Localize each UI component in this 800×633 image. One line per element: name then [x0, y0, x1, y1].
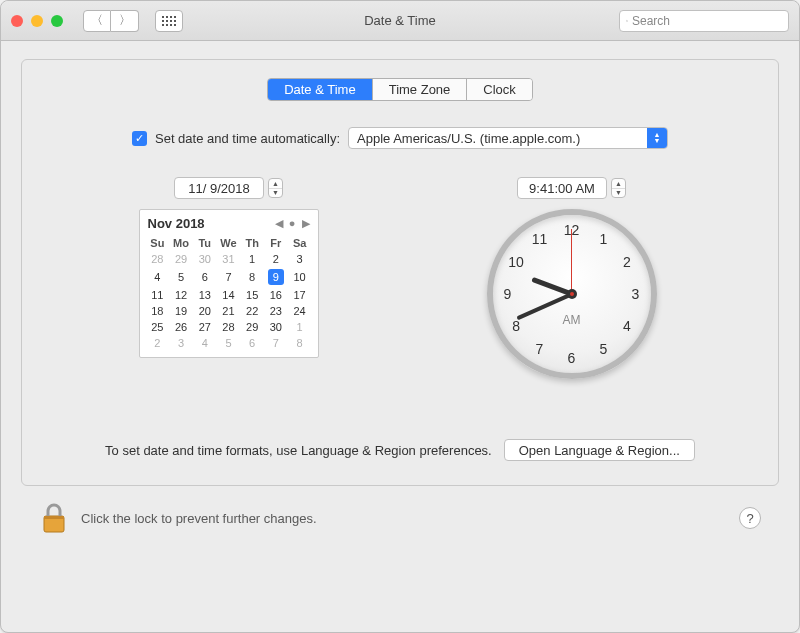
calendar-day[interactable]: 16: [264, 287, 288, 303]
forward-button[interactable]: 〉: [111, 10, 139, 32]
calendar-day[interactable]: 4: [146, 267, 170, 287]
clock-numeral: 9: [498, 286, 518, 302]
format-row: To set date and time formats, use Langua…: [52, 439, 748, 461]
calendar-day[interactable]: 8: [288, 335, 312, 351]
tabs: Date & Time Time Zone Clock: [52, 78, 748, 101]
minimize-window-button[interactable]: [31, 15, 43, 27]
calendar-day[interactable]: 14: [217, 287, 241, 303]
calendar-day[interactable]: 20: [193, 303, 217, 319]
calendar-day[interactable]: 10: [288, 267, 312, 287]
open-language-region-button[interactable]: Open Language & Region...: [504, 439, 695, 461]
grid-icon: [162, 16, 176, 26]
calendar-day-header: Sa: [288, 235, 312, 251]
show-all-button[interactable]: [155, 10, 183, 32]
search-field[interactable]: [619, 10, 789, 32]
calendar-day[interactable]: 2: [146, 335, 170, 351]
calendar-day[interactable]: 3: [288, 251, 312, 267]
calendar-day[interactable]: 29: [240, 319, 264, 335]
stepper-down-icon: ▼: [269, 189, 282, 198]
calendar-day[interactable]: 5: [217, 335, 241, 351]
date-field[interactable]: 11/ 9/2018: [174, 177, 264, 199]
calendar-day[interactable]: 6: [193, 267, 217, 287]
clock-center: [567, 289, 577, 299]
chevron-left-icon: 〈: [91, 12, 103, 29]
calendar[interactable]: Nov 2018 ◀ ● ▶ SuMoTuWeThFrSa 2829303112…: [139, 209, 319, 358]
calendar-day[interactable]: 29: [169, 251, 193, 267]
stepper-up-icon: ▲: [269, 179, 282, 189]
calendar-day[interactable]: 30: [264, 319, 288, 335]
auto-row: ✓ Set date and time automatically: Apple…: [52, 127, 748, 149]
calendar-day[interactable]: 5: [169, 267, 193, 287]
clock-numeral: 12: [562, 222, 582, 238]
tab-date-time[interactable]: Date & Time: [268, 79, 372, 100]
footer: Click the lock to prevent further change…: [21, 486, 779, 550]
calendar-day[interactable]: 12: [169, 287, 193, 303]
time-server-value: Apple Americas/U.S. (time.apple.com.): [357, 131, 647, 146]
calendar-day-header: Mo: [169, 235, 193, 251]
calendar-day-header: We: [217, 235, 241, 251]
calendar-day[interactable]: 15: [240, 287, 264, 303]
calendar-day[interactable]: 7: [264, 335, 288, 351]
calendar-day[interactable]: 9: [264, 267, 288, 287]
cal-today-icon[interactable]: ●: [289, 217, 296, 230]
calendar-day[interactable]: 13: [193, 287, 217, 303]
calendar-day[interactable]: 7: [217, 267, 241, 287]
calendar-day[interactable]: 6: [240, 335, 264, 351]
clock-numeral: 8: [506, 318, 526, 334]
calendar-day[interactable]: 11: [146, 287, 170, 303]
calendar-day-header: Th: [240, 235, 264, 251]
back-button[interactable]: 〈: [83, 10, 111, 32]
calendar-day[interactable]: 23: [264, 303, 288, 319]
svg-point-0: [626, 20, 627, 21]
tab-clock[interactable]: Clock: [466, 79, 532, 100]
close-window-button[interactable]: [11, 15, 23, 27]
calendar-day[interactable]: 18: [146, 303, 170, 319]
calendar-day-header: Fr: [264, 235, 288, 251]
tab-time-zone[interactable]: Time Zone: [372, 79, 467, 100]
calendar-day[interactable]: 25: [146, 319, 170, 335]
cal-prev-icon[interactable]: ◀: [275, 217, 283, 230]
calendar-day[interactable]: 27: [193, 319, 217, 335]
calendar-month-label: Nov 2018: [148, 216, 205, 231]
clock-numeral: 5: [594, 341, 614, 357]
calendar-day[interactable]: 26: [169, 319, 193, 335]
clock-ampm: AM: [563, 313, 581, 327]
nav-buttons: 〈 〉: [83, 10, 139, 32]
calendar-day[interactable]: 2: [264, 251, 288, 267]
lock-icon[interactable]: [39, 501, 69, 535]
calendar-day[interactable]: 28: [217, 319, 241, 335]
zoom-window-button[interactable]: [51, 15, 63, 27]
calendar-day[interactable]: 17: [288, 287, 312, 303]
calendar-day[interactable]: 4: [193, 335, 217, 351]
calendar-day[interactable]: 24: [288, 303, 312, 319]
clock-numeral: 11: [530, 231, 550, 247]
time-field[interactable]: 9:41:00 AM: [517, 177, 607, 199]
clock-numeral: 7: [530, 341, 550, 357]
stepper-down-icon: ▼: [612, 189, 625, 198]
calendar-day[interactable]: 8: [240, 267, 264, 287]
time-stepper-buttons[interactable]: ▲ ▼: [611, 178, 626, 198]
calendar-day[interactable]: 31: [217, 251, 241, 267]
help-button[interactable]: ?: [739, 507, 761, 529]
time-server-dropdown[interactable]: Apple Americas/U.S. (time.apple.com.) ▲▼: [348, 127, 668, 149]
calendar-day[interactable]: 28: [146, 251, 170, 267]
calendar-day[interactable]: 3: [169, 335, 193, 351]
date-stepper-buttons[interactable]: ▲ ▼: [268, 178, 283, 198]
pref-panel: Date & Time Time Zone Clock ✓ Set date a…: [21, 59, 779, 486]
format-hint: To set date and time formats, use Langua…: [105, 443, 492, 458]
calendar-day[interactable]: 19: [169, 303, 193, 319]
calendar-day[interactable]: 1: [288, 319, 312, 335]
calendar-day[interactable]: 30: [193, 251, 217, 267]
calendar-day[interactable]: 22: [240, 303, 264, 319]
search-input[interactable]: [632, 14, 782, 28]
auto-checkbox[interactable]: ✓: [132, 131, 147, 146]
content-area: Date & Time Time Zone Clock ✓ Set date a…: [1, 41, 799, 632]
calendar-day[interactable]: 1: [240, 251, 264, 267]
cal-next-icon[interactable]: ▶: [302, 217, 310, 230]
clock-face: AM 123456789101112: [487, 209, 657, 379]
date-stepper: 11/ 9/2018 ▲ ▼: [174, 177, 283, 199]
clock-numeral: 10: [506, 254, 526, 270]
clock-numeral: 4: [617, 318, 637, 334]
analog-clock: AM 123456789101112: [482, 209, 662, 389]
calendar-day[interactable]: 21: [217, 303, 241, 319]
